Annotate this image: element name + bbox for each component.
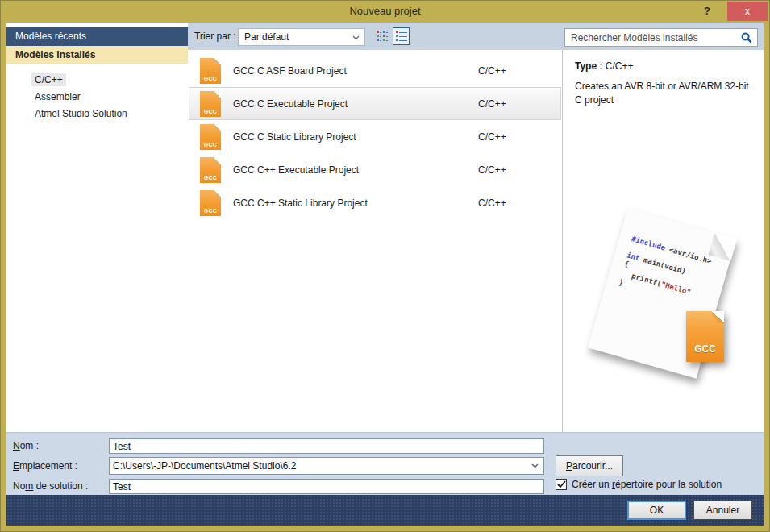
gcc-file-icon: GCC <box>200 91 221 117</box>
location-combobox[interactable]: C:\Users\-JP-\Documents\Atmel Studio\6.2 <box>109 457 544 475</box>
sort-dropdown[interactable]: Par défaut <box>238 28 365 46</box>
sidebar-item-assembler[interactable]: Assembler <box>31 90 188 103</box>
location-value: C:\Users\-JP-\Documents\Atmel Studio\6.2 <box>110 460 531 472</box>
page-fold-icon <box>712 311 724 323</box>
template-name: GCC C ASF Board Project <box>233 65 347 77</box>
sidebar-header-installed-templates[interactable]: Modèles installés <box>6 46 188 64</box>
toolbar: Trier par : Par défaut <box>188 23 764 50</box>
page-fold-icon <box>214 91 221 98</box>
checkmark-icon <box>557 480 566 488</box>
location-label: Emplacement : <box>13 460 77 472</box>
gcc-file-icon: GCC <box>200 190 221 216</box>
chevron-down-icon <box>531 463 539 468</box>
close-button[interactable]: x <box>727 2 768 21</box>
chevron-down-icon <box>352 35 360 40</box>
details-panel: Type : C/C++ C/C++ Creates an AVR 8-bit … <box>564 50 764 432</box>
type-label: Type : <box>575 60 602 72</box>
sidebar-header-recent-templates[interactable]: Modèles récents <box>6 27 188 46</box>
page-fold-icon <box>214 124 221 131</box>
template-category: C/C++ <box>478 131 552 143</box>
search-input[interactable] <box>565 32 741 44</box>
template-name: GCC C Executable Project <box>233 98 348 110</box>
template-row-selected[interactable]: GCC GCC C Executable Project C/C++ <box>189 87 561 120</box>
template-row[interactable]: GCC GCC C++ Static Library Project C/C++ <box>189 186 561 219</box>
sidebar-category-list: C/C++ Assembler Atmel Studio Solution <box>6 73 188 120</box>
gcc-file-icon: GCC <box>200 58 221 84</box>
project-form: Nom : Emplacement : C:\Users\-JP-\Docume… <box>6 432 764 495</box>
main-area: Modèles récents Modèles installés C/C++ … <box>6 23 764 432</box>
ok-button[interactable]: OK <box>627 501 686 520</box>
template-row[interactable]: GCC GCC C ASF Board Project C/C++ <box>189 54 561 87</box>
template-row[interactable]: GCC GCC C++ Executable Project C/C++ <box>189 153 561 186</box>
new-project-dialog: Nouveau projet ? x Modèles récents Modèl… <box>0 0 770 532</box>
dialog-content: Modèles récents Modèles installés C/C++ … <box>6 23 764 526</box>
medium-icons-view-button[interactable] <box>373 27 390 45</box>
name-label: Nom : <box>13 440 39 451</box>
sidebar-item-atmel-studio-solution[interactable]: Atmel Studio Solution <box>31 107 188 120</box>
template-name: GCC C++ Static Library Project <box>233 197 368 209</box>
type-value: C/C++ <box>606 60 634 72</box>
search-icon[interactable] <box>741 32 752 44</box>
small-icons-view-button[interactable] <box>393 27 410 45</box>
template-category: C/C++ <box>478 98 552 110</box>
template-row[interactable]: GCC GCC C Static Library Project C/C++ <box>189 120 561 153</box>
name-input[interactable] <box>109 438 544 454</box>
help-button[interactable]: ? <box>696 0 718 23</box>
small-icons-view-icon <box>395 30 408 43</box>
sidebar-item-cpp[interactable]: C/C++ <box>31 73 188 86</box>
create-directory-checkbox[interactable] <box>556 479 567 490</box>
gcc-file-icon: GCC <box>200 124 221 150</box>
page-fold-icon <box>214 58 221 65</box>
browse-button[interactable]: Parcourir... <box>556 455 623 476</box>
template-name: GCC C++ Executable Project <box>233 164 359 176</box>
gcc-badge-icon: GCC <box>686 311 724 362</box>
title-bar[interactable]: Nouveau projet ? x <box>0 0 770 23</box>
template-category: C/C++ <box>478 164 552 176</box>
window-title: Nouveau projet <box>0 0 770 23</box>
template-category: C/C++ <box>478 197 552 209</box>
sort-by-label: Trier par : <box>194 31 236 42</box>
create-directory-label: Créer un répertoire pour la solution <box>572 479 722 490</box>
template-category: C/C++ <box>478 65 552 77</box>
solution-name-input[interactable] <box>109 479 544 494</box>
dialog-footer: OK Annuler <box>6 495 764 526</box>
preview-code: #include <avr/io.h> int main(void) { pri… <box>606 208 736 314</box>
template-name: GCC C Static Library Project <box>233 131 356 143</box>
category-sidebar: Modèles récents Modèles installés C/C++ … <box>6 23 188 432</box>
close-icon: x <box>745 5 751 17</box>
gcc-file-icon: GCC <box>200 157 221 183</box>
template-description: Creates an AVR 8-bit or AVR/ARM 32-bit C… <box>575 80 754 107</box>
page-fold-icon <box>214 157 221 164</box>
cancel-button[interactable]: Annuler <box>693 501 752 520</box>
solution-name-label: Nom de solution : <box>13 480 88 492</box>
view-mode-buttons <box>373 27 410 45</box>
template-list: GCC GCC C ASF Board Project C/C++ GCC GC… <box>188 50 563 432</box>
medium-icons-view-icon <box>376 30 389 43</box>
question-icon: ? <box>704 5 710 17</box>
search-box <box>564 28 758 47</box>
page-fold-icon <box>214 190 221 197</box>
